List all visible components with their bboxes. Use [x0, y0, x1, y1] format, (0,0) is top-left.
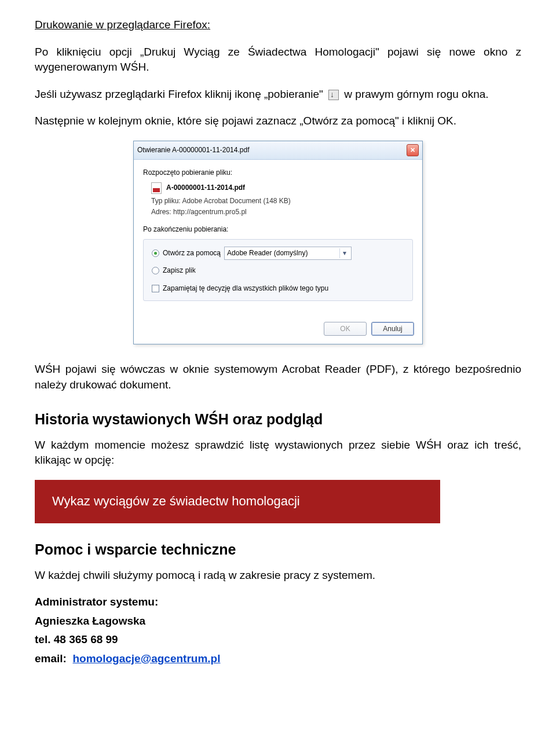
dialog-titlebar: Otwieranie A-00000001-11-2014.pdf ✕ — [134, 141, 422, 160]
address-value: http://agcentrum.pro5.pl — [173, 208, 247, 216]
remember-label: Zapamiętaj tę decyzję dla wszystkich pli… — [163, 284, 328, 293]
close-icon[interactable]: ✕ — [407, 144, 419, 156]
email-link[interactable]: homologacje@agcentrum.pl — [72, 652, 220, 665]
radio-save-file[interactable] — [152, 267, 159, 274]
paragraph-openwith: Następnie w kolejnym oknie, które się po… — [35, 113, 521, 129]
paragraph-history: W każdym momencie możesz sprawdzić listę… — [35, 438, 521, 468]
download-icon — [328, 90, 339, 100]
address-label: Adres: — [151, 208, 171, 216]
cancel-button[interactable]: Anuluj — [371, 322, 414, 336]
tel-label: tel. — [35, 633, 50, 645]
paragraph-download-a: Jeśli używasz przeglądarki Firefox klikn… — [35, 88, 323, 100]
email-label: email: — [35, 652, 67, 665]
open-with-label: Otwórz za pomocą — [163, 248, 221, 258]
radio-open-with[interactable] — [152, 249, 159, 257]
pdf-icon — [151, 182, 162, 194]
download-dialog: Otwieranie A-00000001-11-2014.pdf ✕ Rozp… — [133, 141, 423, 344]
open-with-value: Adobe Reader (domyślny) — [227, 248, 308, 258]
save-file-label: Zapisz plik — [163, 266, 196, 276]
paragraph-intro: Po kliknięciu opcji „Drukuj Wyciąg ze Św… — [35, 45, 521, 75]
paragraph-acrobat: WŚH pojawi się wówczas w oknie systemowy… — [35, 362, 521, 392]
after-download-label: Po zakończeniu pobierania: — [143, 225, 413, 234]
file-name: A-00000001-11-2014.pdf — [166, 183, 245, 193]
heading-history: Historia wystawionych WŚH oraz podgląd — [35, 409, 521, 430]
section-heading-firefox: Drukowanie w przeglądarce Firefox: — [35, 17, 521, 33]
heading-support: Pomoc i wsparcie techniczne — [35, 540, 521, 560]
file-type-label: Typ pliku: — [151, 197, 181, 205]
paragraph-download-b: w prawym górnym rogu okna. — [344, 88, 488, 100]
paragraph-support: W każdej chwili służymy pomocą i radą w … — [35, 568, 521, 583]
wykaz-button[interactable]: Wykaz wyciągów ze świadectw homologacji — [35, 480, 440, 523]
ok-button[interactable]: OK — [324, 322, 367, 336]
remember-checkbox[interactable] — [152, 285, 159, 292]
admin-label: Administrator systemu: — [35, 594, 521, 610]
dialog-title: Otwieranie A-00000001-11-2014.pdf — [137, 145, 249, 155]
download-started-label: Rozpoczęto pobieranie pliku: — [143, 168, 413, 178]
admin-name: Agnieszka Łagowska — [35, 614, 521, 629]
option-group: Otwórz za pomocą Adobe Reader (domyślny)… — [143, 239, 413, 300]
chevron-down-icon: ▾ — [339, 248, 349, 258]
tel-value: 48 365 68 99 — [54, 633, 118, 645]
file-type-value: Adobe Acrobat Document (148 KB) — [182, 197, 290, 205]
open-with-combo[interactable]: Adobe Reader (domyślny) ▾ — [224, 247, 352, 260]
